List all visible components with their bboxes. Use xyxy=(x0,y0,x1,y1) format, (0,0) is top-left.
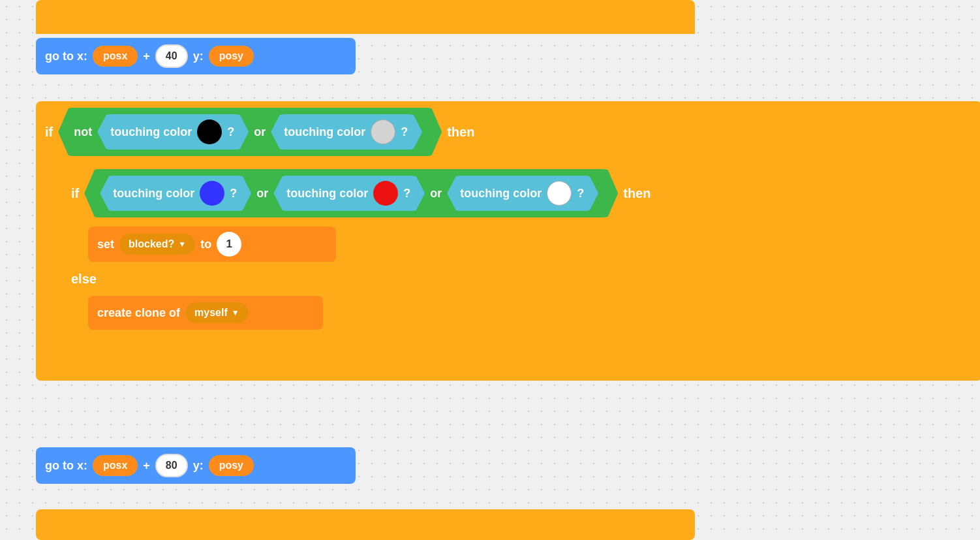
goto-label: go to x: xyxy=(45,50,87,63)
q2-label: ? xyxy=(401,125,408,139)
myself-arrow: ▼ xyxy=(232,308,239,317)
blocked-dropdown[interactable]: blocked? ▼ xyxy=(119,234,195,255)
else-row: else xyxy=(62,264,980,293)
outer-c-block: if not touching color ? or touching colo… xyxy=(36,101,980,381)
if2-row: if touching color ? or touching color xyxy=(62,163,980,224)
if2-condition: touching color ? or touching color ? or xyxy=(84,169,618,217)
if1-row: if not touching color ? or touching colo… xyxy=(36,101,980,163)
y-label-1: y: xyxy=(193,50,204,63)
posx-oval-2[interactable]: posx xyxy=(93,455,138,476)
touch-color-gray: touching color ? xyxy=(271,114,422,150)
red-dot[interactable] xyxy=(373,181,398,206)
then1-label: then xyxy=(447,125,474,140)
to-label: to xyxy=(200,238,211,251)
black-dot[interactable] xyxy=(197,119,222,144)
touching4-label: touching color xyxy=(286,187,368,200)
touch-color-black: touching color ? xyxy=(97,114,249,150)
myself-dropdown[interactable]: myself ▼ xyxy=(185,302,249,323)
inner-block-bottom xyxy=(62,332,980,343)
posy-oval-2[interactable]: posy xyxy=(209,455,254,476)
or2-label: or xyxy=(256,187,268,200)
bottom-orange-bar xyxy=(36,509,695,540)
white-dot[interactable] xyxy=(547,181,572,206)
set-blocked-block: set blocked? ▼ to 1 xyxy=(88,227,336,262)
create-clone-area: create clone of myself ▼ xyxy=(88,293,980,332)
outer-if-body: if touching color ? or touching color xyxy=(62,163,980,348)
not-label: not xyxy=(74,125,92,139)
plus-label-1: + xyxy=(143,50,150,63)
blue-dot[interactable] xyxy=(200,181,224,206)
posy-oval-1[interactable]: posy xyxy=(209,46,254,67)
top-orange-bar xyxy=(36,0,695,34)
else-label: else xyxy=(71,272,97,287)
myself-label: myself xyxy=(194,307,228,319)
q4-label: ? xyxy=(403,187,410,200)
touching5-label: touching color xyxy=(460,187,542,200)
outer-block-bottom xyxy=(36,348,980,381)
if1-label: if xyxy=(45,125,53,140)
dropdown-arrow: ▼ xyxy=(178,240,186,249)
touching3-label: touching color xyxy=(113,187,194,200)
then2-label: then xyxy=(623,186,651,201)
if2-label: if xyxy=(71,186,79,201)
touching2-label: touching color xyxy=(284,125,365,139)
touch-color-blue: touching color ? xyxy=(100,176,251,211)
goto-block-1: go to x: posx + 40 y: posy xyxy=(36,38,356,74)
create-clone-label: create clone of xyxy=(97,306,180,320)
num40-oval[interactable]: 40 xyxy=(155,44,188,68)
set-blocked-area: set blocked? ▼ to 1 xyxy=(88,224,980,264)
val1-oval[interactable]: 1 xyxy=(217,232,241,257)
inner-c-block: if touching color ? or touching color xyxy=(62,163,980,343)
set-label: set xyxy=(97,238,114,251)
blocked-label: blocked? xyxy=(129,238,174,250)
goto-block-2: go to x: posx + 80 y: posy xyxy=(36,447,356,484)
plus-label-2: + xyxy=(143,459,150,473)
scratch-editor: go to x: posx + 40 y: posy if not touchi… xyxy=(0,0,980,540)
touch-color-red: touching color ? xyxy=(273,176,425,211)
gray-dot[interactable] xyxy=(371,119,395,144)
posx-oval-1[interactable]: posx xyxy=(93,46,138,67)
create-clone-block: create clone of myself ▼ xyxy=(88,296,323,330)
goto2-label: go to x: xyxy=(45,459,87,473)
q5-label: ? xyxy=(577,187,584,200)
touch-color-white: touching color ? xyxy=(447,176,598,211)
or1-label: or xyxy=(254,125,266,139)
if1-condition: not touching color ? or touching color ? xyxy=(58,108,442,156)
q3-label: ? xyxy=(230,187,237,200)
q1-label: ? xyxy=(227,125,234,139)
y-label-2: y: xyxy=(193,459,204,473)
or3-label: or xyxy=(430,187,442,200)
touching1-label: touching color xyxy=(110,125,192,139)
num80-oval[interactable]: 80 xyxy=(155,454,188,477)
